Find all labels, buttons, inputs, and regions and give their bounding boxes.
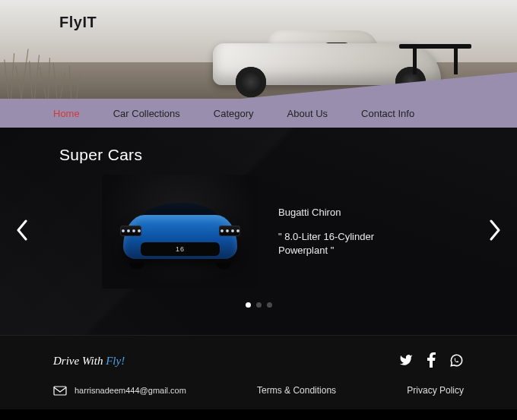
main-content: Super Cars 16 Bugatti Chiron " 8.0-Liter… [0,128,517,335]
whatsapp-icon[interactable] [449,353,464,370]
footer: Drive With Fly! harrisnadeem444@gmail.co… [0,335,517,409]
privacy-link[interactable]: Privacy Policy [407,385,464,396]
carousel-dot-3[interactable] [267,302,272,308]
slogan-accent: Fly! [106,355,125,367]
twitter-icon[interactable] [399,353,413,369]
main-nav: Home Car Collections Category About Us C… [0,99,517,128]
nav-item-about-us[interactable]: About Us [287,108,328,119]
bugatti-illustration: 16 [116,194,245,270]
car-spec: " 8.0-Liter 16-Cylinder Powerplant " [278,230,415,257]
carousel-prev-button[interactable] [9,213,35,250]
section-title: Super Cars [59,146,517,164]
car-image: 16 [102,175,258,289]
car-grille-badge: 16 [141,242,220,256]
email-text: harrisnadeem444@gmail.com [75,386,186,395]
car-name: Bugatti Chiron [278,206,415,219]
chevron-left-icon [15,219,29,241]
car-details: Bugatti Chiron " 8.0-Liter 16-Cylinder P… [278,206,415,258]
carousel: 16 Bugatti Chiron " 8.0-Liter 16-Cylinde… [0,175,517,289]
social-links [399,352,464,370]
carousel-next-button[interactable] [482,213,508,250]
envelope-icon [53,386,67,396]
carousel-dot-2[interactable] [256,302,262,308]
hero-grass [0,38,122,99]
facebook-icon[interactable] [427,352,436,370]
terms-link[interactable]: Terms & Conditions [257,385,336,396]
slogan-prefix: Drive With [53,355,106,367]
nav-item-contact-info[interactable]: Contact Info [361,108,414,119]
nav-item-category[interactable]: Category [214,108,254,119]
contact-email[interactable]: harrisnadeem444@gmail.com [53,386,186,396]
carousel-dot-1[interactable] [246,302,251,308]
brand-logo[interactable]: FlyIT [59,14,97,31]
nav-item-home[interactable]: Home [53,108,80,119]
svg-rect-0 [54,387,66,395]
chevron-right-icon [488,219,502,241]
carousel-dots [0,302,517,308]
hero-banner: FlyIT [0,0,517,99]
nav-item-car-collections[interactable]: Car Collections [113,108,180,119]
footer-slogan: Drive With Fly! [53,355,125,368]
